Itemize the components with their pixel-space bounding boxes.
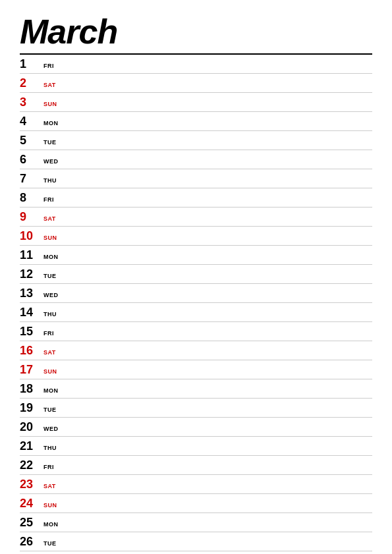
day-name: FRI [43,63,54,69]
list-item: 13WED [20,284,372,303]
day-number: 25 [20,516,41,528]
day-name: WED [43,292,59,298]
day-number: 19 [20,402,41,414]
day-name: MON [43,121,59,126]
day-number: 26 [20,536,41,547]
day-number: 10 [20,230,41,242]
list-item: 21THU [20,437,372,456]
day-name: TUE [43,541,57,547]
day-number: 7 [20,173,41,184]
day-name: SUN [43,101,57,107]
day-name: SAT [43,216,56,222]
day-number: 14 [20,306,41,318]
list-item: 1FRI [20,55,372,74]
day-number: 17 [20,364,41,375]
list-item: 15FRI [20,322,372,341]
list-item: 17SUN [20,360,372,379]
day-number: 2 [20,77,41,89]
day-number: 13 [20,287,41,299]
list-item: 8FRI [20,188,372,208]
day-number: 3 [20,96,41,108]
day-name: WED [43,426,59,432]
day-name: FRI [43,464,54,470]
list-item: 4MON [20,112,372,131]
day-name: MON [43,522,59,528]
list-item: 10SUN [20,227,372,246]
day-name: MON [43,254,59,260]
day-number: 21 [20,440,41,452]
day-name: SUN [43,235,57,241]
list-item: 3SUN [20,93,372,112]
list-item: 9SAT [20,208,372,227]
list-item: 2SAT [20,74,372,93]
list-item: 5TUE [20,131,372,150]
day-name: SUN [43,503,57,509]
day-number: 18 [20,383,41,395]
day-number: 11 [20,249,41,261]
day-number: 20 [20,421,41,433]
day-number: 8 [20,192,41,204]
day-name: THU [43,178,57,184]
list-item: 26TUE [20,532,372,551]
day-name: TUE [43,407,57,413]
list-item: 25MON [20,513,372,532]
day-number: 22 [20,459,41,471]
day-number: 23 [20,478,41,490]
list-item: 19TUE [20,399,372,418]
list-item: 18MON [20,379,372,399]
day-name: MON [43,388,59,394]
day-number: 9 [20,211,41,223]
list-item: 20WED [20,418,372,437]
day-number: 15 [20,325,41,337]
day-name: THU [43,445,57,451]
list-item: 23SAT [20,475,372,494]
day-name: SAT [43,82,56,88]
list-item: 6WED [20,150,372,169]
day-name: SUN [43,369,57,375]
day-number: 5 [20,134,41,146]
day-name: TUE [43,273,57,279]
day-number: 12 [20,268,41,280]
list-item: 22FRI [20,456,372,475]
list-item: 24SUN [20,494,372,513]
day-name: FRI [43,197,54,203]
day-number: 24 [20,497,41,509]
day-name: SAT [43,484,56,489]
list-item: 12TUE [20,265,372,284]
day-number: 4 [20,115,41,127]
day-name: THU [43,312,57,318]
day-name: TUE [43,140,57,146]
day-name: SAT [43,350,56,356]
calendar-list: 1FRI2SAT3SUN4MON5TUE6WED7THU8FRI9SAT10SU… [20,55,372,554]
day-name: WED [43,159,59,165]
list-item: 14THU [20,303,372,322]
list-item: 7THU [20,169,372,188]
day-number: 1 [20,58,41,70]
list-item: 11MON [20,246,372,265]
day-number: 6 [20,153,41,165]
month-title: March [20,13,372,51]
day-name: FRI [43,331,54,337]
list-item: 27WED [20,551,372,554]
list-item: 16SAT [20,341,372,360]
day-number: 16 [20,345,41,356]
